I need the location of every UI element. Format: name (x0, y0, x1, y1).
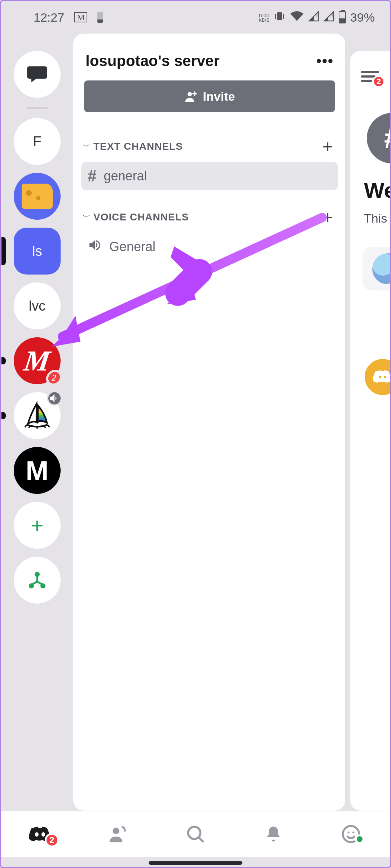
friend-wave-icon (108, 824, 127, 844)
svg-text:!: ! (331, 12, 333, 18)
invite-button[interactable]: Invite (84, 80, 335, 112)
svg-point-16 (352, 832, 354, 833)
svg-point-10 (35, 832, 39, 837)
welcome-card[interactable] (363, 247, 390, 290)
server-label: M (26, 455, 48, 486)
channel-name: General (109, 239, 155, 254)
svg-point-15 (348, 832, 350, 833)
battery-text: 39% (350, 10, 375, 25)
server-midjourney[interactable] (14, 392, 61, 439)
svg-point-6 (35, 572, 40, 577)
notification-badge: 2 (373, 75, 385, 88)
signal-2-icon: ! (324, 10, 334, 25)
server-label: M (22, 345, 52, 377)
server-label: ls (32, 244, 42, 259)
svg-point-9 (188, 92, 192, 96)
discover-servers-button[interactable] (14, 557, 61, 604)
gmail-icon: M (74, 12, 87, 22)
server-divider (26, 107, 48, 109)
more-options-button[interactable]: ••• (316, 53, 334, 69)
server-label: lvc (29, 298, 45, 314)
channel-general-text[interactable]: # general (81, 162, 338, 190)
server-title[interactable]: losupotao's server (85, 52, 220, 70)
server-label: F (33, 134, 41, 149)
tab-notifications[interactable] (234, 824, 312, 844)
server-f[interactable]: F (14, 118, 61, 165)
speaker-icon (88, 238, 102, 255)
svg-rect-5 (27, 66, 47, 79)
signal-1-icon: ! (308, 10, 319, 25)
channel-content-peek[interactable]: 2 # We This i (350, 34, 390, 811)
battery-icon (339, 11, 346, 23)
discord-fab[interactable] (365, 359, 390, 395)
svg-point-11 (41, 832, 45, 837)
tab-profile[interactable] (312, 824, 390, 844)
add-text-channel-button[interactable]: + (322, 136, 333, 157)
svg-rect-2 (283, 14, 284, 19)
voice-indicator-icon (47, 391, 62, 406)
welcome-illustration (372, 253, 390, 284)
channel-panel: losupotao's server ••• Invite ﹀ TEXT CHA… (73, 34, 345, 811)
android-nav-handle[interactable] (149, 861, 242, 865)
text-channels-header[interactable]: ﹀ TEXT CHANNELS + (81, 119, 338, 162)
server-rail: F ls lvc M 2 (1, 34, 73, 811)
member-list-button[interactable]: 2 (361, 69, 390, 84)
bottom-tab-bar: 2 (1, 811, 390, 857)
channel-name: general (104, 168, 147, 184)
voice-channels-header[interactable]: ﹀ VOICE CHANNELS + (81, 190, 338, 233)
dm-button[interactable] (14, 51, 61, 98)
svg-point-12 (113, 828, 119, 834)
add-server-button[interactable]: + (14, 502, 61, 549)
bell-icon (264, 824, 282, 844)
welcome-heading: We (364, 178, 390, 203)
channel-general-voice[interactable]: General (81, 233, 338, 260)
server-dark-m[interactable]: M (14, 447, 61, 494)
hub-icon (27, 570, 47, 590)
vibrate-icon (274, 10, 285, 25)
status-time: 12:27 (34, 10, 64, 25)
server-red-m[interactable]: M 2 (14, 337, 61, 384)
tab-friends[interactable] (79, 824, 157, 844)
hash-icon: # (88, 167, 96, 185)
server-ls-selected[interactable]: ls (14, 228, 61, 275)
chevron-down-icon: ﹀ (83, 212, 91, 223)
server-lvc[interactable]: lvc (14, 282, 61, 329)
invite-icon (184, 90, 197, 103)
add-voice-channel-button[interactable]: + (322, 207, 333, 228)
discord-icon (373, 367, 390, 387)
battery-small-icon (97, 12, 103, 23)
presence-indicator (355, 834, 364, 844)
data-rate: 0.00 KB/S (259, 13, 269, 22)
search-icon (186, 824, 205, 844)
wifi-icon (290, 10, 304, 25)
svg-text:!: ! (316, 12, 318, 18)
welcome-subtitle: This i (364, 211, 390, 225)
channel-hash-icon: # (367, 113, 390, 163)
invite-label: Invite (203, 89, 235, 104)
svg-rect-0 (277, 12, 282, 20)
svg-rect-1 (275, 14, 276, 19)
tab-search[interactable] (157, 824, 234, 844)
cheese-icon (22, 184, 53, 209)
plus-icon: + (31, 513, 43, 538)
section-label: VOICE CHANNELS (93, 211, 189, 223)
tab-badge: 2 (45, 833, 59, 847)
chevron-down-icon: ﹀ (83, 141, 91, 152)
tab-home[interactable]: 2 (1, 825, 79, 843)
status-bar: 12:27 M 0.00 KB/S ! ! (1, 1, 390, 34)
section-label: TEXT CHANNELS (93, 141, 183, 152)
server-cheese[interactable] (14, 173, 61, 220)
